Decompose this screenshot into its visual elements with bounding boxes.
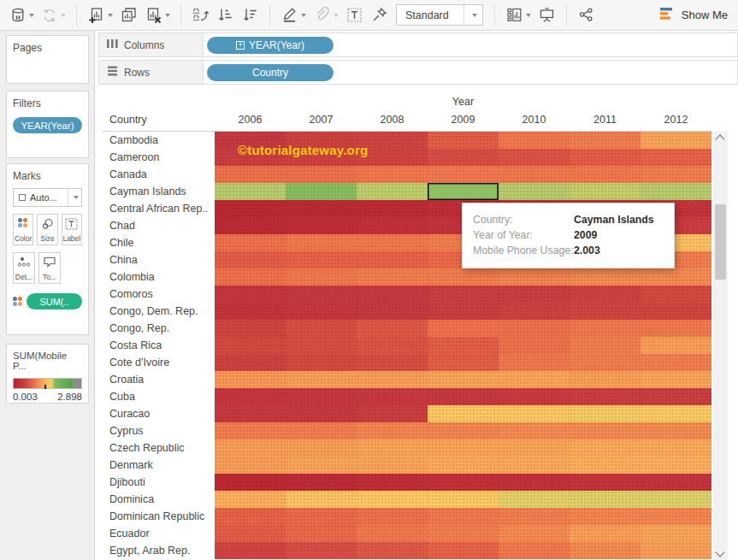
heat-cell[interactable]	[215, 183, 286, 200]
heat-cell[interactable]	[286, 166, 357, 183]
heat-cell[interactable]	[215, 542, 286, 559]
heat-cell[interactable]	[286, 286, 357, 303]
filter-pill-year[interactable]: YEAR(Year)	[13, 117, 82, 133]
heat-cell[interactable]	[357, 337, 428, 354]
heat-cell[interactable]	[499, 457, 570, 474]
heat-cell[interactable]	[357, 371, 428, 388]
heat-cell[interactable]	[357, 354, 428, 371]
country-label[interactable]: Cote d’Ivoire	[96, 354, 215, 371]
heat-cell[interactable]	[215, 371, 286, 388]
heat-cell[interactable]	[428, 388, 499, 405]
heat-cell[interactable]	[286, 422, 357, 439]
heat-cell[interactable]	[428, 405, 499, 422]
heat-cell[interactable]	[357, 234, 428, 251]
heat-cell[interactable]	[357, 457, 428, 474]
heat-cell[interactable]	[286, 439, 357, 457]
heat-cell[interactable]	[215, 337, 286, 354]
heat-cell[interactable]	[357, 491, 428, 508]
heat-cell[interactable]	[570, 491, 641, 508]
heat-cell[interactable]	[215, 166, 286, 183]
year-header[interactable]: 2006	[215, 114, 286, 126]
heat-cell[interactable]	[499, 508, 570, 525]
heat-cell[interactable]	[428, 525, 499, 542]
heat-cell[interactable]	[286, 183, 357, 200]
heat-cell[interactable]	[499, 525, 570, 542]
heat-cell[interactable]	[570, 166, 641, 183]
mark-type-dropdown[interactable]: Auto...	[13, 188, 82, 207]
country-label[interactable]: Dominican Republic	[96, 508, 215, 525]
heat-cell[interactable]	[641, 474, 711, 491]
heat-cell[interactable]	[641, 286, 711, 303]
heat-cell[interactable]	[570, 320, 641, 337]
heat-cell[interactable]	[499, 439, 570, 457]
heat-cell[interactable]	[286, 268, 357, 286]
heat-cell-selected[interactable]	[428, 183, 499, 200]
country-label[interactable]: Central African Rep..	[96, 200, 215, 217]
year-header[interactable]: 2007	[286, 114, 357, 126]
heat-cell[interactable]	[641, 149, 711, 166]
columns-shelf[interactable]: Columns + YEAR(Year)	[98, 32, 738, 57]
heat-cell[interactable]	[499, 337, 570, 354]
row-axis-title[interactable]: Country	[109, 114, 147, 126]
heat-cell[interactable]	[357, 183, 428, 200]
heat-cell[interactable]	[428, 303, 499, 320]
heat-cell[interactable]	[570, 371, 641, 388]
heat-cell[interactable]	[286, 508, 357, 525]
country-label[interactable]: Comoros	[96, 286, 215, 303]
heat-cell[interactable]	[215, 457, 286, 474]
year-header[interactable]: 2011	[570, 114, 641, 126]
heat-cell[interactable]	[428, 149, 499, 166]
year-pill[interactable]: + YEAR(Year)	[207, 37, 334, 54]
show-mark-labels-button[interactable]	[343, 3, 366, 27]
heat-cell[interactable]	[357, 303, 428, 320]
heat-cell[interactable]	[641, 166, 711, 183]
heat-cell[interactable]	[641, 268, 711, 286]
year-header[interactable]: 2008	[357, 114, 428, 126]
scroll-up-icon[interactable]	[715, 134, 724, 144]
heat-cell[interactable]	[428, 354, 499, 371]
country-label[interactable]: Ecuador	[96, 525, 215, 542]
label-button[interactable]: Label	[62, 214, 82, 245]
heat-cell[interactable]	[357, 508, 428, 525]
heat-cell[interactable]	[286, 217, 357, 234]
heat-cell[interactable]	[428, 457, 499, 474]
country-label[interactable]: Djibouti	[96, 474, 215, 491]
show-hide-cards-button[interactable]	[503, 3, 534, 27]
new-worksheet-button[interactable]	[85, 3, 115, 27]
heat-cell[interactable]	[215, 286, 286, 303]
vertical-scrollbar[interactable]	[713, 132, 728, 560]
country-label[interactable]: Cameroon	[96, 149, 215, 166]
heat-cell[interactable]	[428, 371, 499, 388]
heat-cell[interactable]	[215, 320, 286, 337]
data-source-button[interactable]	[7, 3, 37, 27]
heat-cell[interactable]	[215, 388, 286, 405]
highlight-button[interactable]	[278, 3, 309, 27]
heat-cell[interactable]	[428, 508, 499, 525]
heat-cell[interactable]	[570, 457, 641, 474]
heat-cell[interactable]	[357, 474, 428, 491]
heat-cell[interactable]	[215, 508, 286, 525]
heat-cell[interactable]	[641, 422, 711, 439]
heat-cell[interactable]	[570, 286, 641, 303]
heat-cell[interactable]	[428, 491, 499, 508]
heat-cell[interactable]	[215, 217, 286, 234]
heat-cell[interactable]	[570, 337, 641, 354]
sort-ascending-button[interactable]	[214, 3, 237, 27]
heat-cell[interactable]	[641, 303, 711, 320]
presentation-mode-button[interactable]	[535, 3, 558, 27]
country-pill[interactable]: Country	[207, 64, 334, 81]
heat-cell[interactable]	[286, 320, 357, 337]
heat-cell[interactable]	[357, 251, 428, 268]
fit-selector[interactable]: Standard	[396, 4, 483, 26]
heat-cell[interactable]	[215, 422, 286, 439]
country-label[interactable]: Canada	[96, 166, 215, 183]
heat-cell[interactable]	[499, 491, 570, 508]
heat-cell[interactable]	[499, 388, 570, 405]
country-label[interactable]: Curacao	[96, 405, 215, 422]
heat-cell[interactable]	[570, 354, 641, 371]
country-label[interactable]: Cambodia	[96, 132, 215, 149]
heat-cell[interactable]	[215, 439, 286, 457]
heat-cell[interactable]	[641, 132, 711, 149]
country-label[interactable]: Chad	[96, 217, 215, 234]
heat-cell[interactable]	[499, 149, 570, 166]
